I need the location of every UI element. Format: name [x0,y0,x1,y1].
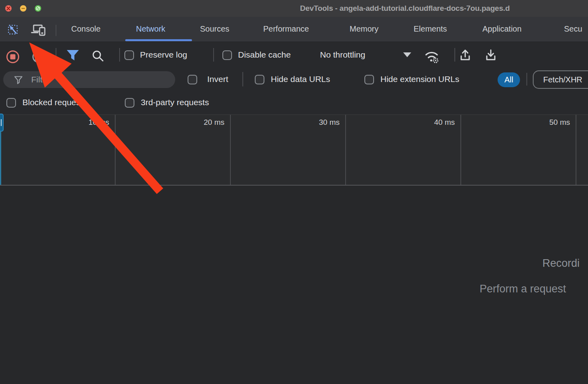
tab-security[interactable]: Secu [564,24,582,34]
timeline-tick: 20 ms [176,118,224,127]
minimize-window-icon[interactable] [20,5,26,12]
hide-extension-urls-checkbox[interactable] [364,75,374,84]
third-party-requests-label[interactable]: 3rd-party requests [141,98,209,107]
preserve-log-label[interactable]: Preserve log [140,50,187,60]
request-type-fetch-xhr-chip[interactable]: Fetch/XHR [533,70,588,89]
toolbar-divider [56,48,56,62]
timeline-gridline [345,115,346,185]
hide-extension-urls-label[interactable]: Hide extension URLs [380,74,459,84]
devtools-tabbar: Console Network Sources Performance Memo… [0,17,588,42]
tab-memory[interactable]: Memory [350,24,378,34]
invert-label[interactable]: Invert [207,74,228,84]
throttling-select-value[interactable]: No throttling [320,50,365,60]
empty-state-recording-text: Recordi [542,257,580,270]
blocked-requests-label[interactable]: Blocked requests [22,98,87,107]
timeline-tick: 10 ms [61,118,109,127]
filter-divider [242,72,243,86]
timeline-tick: 50 ms [522,118,570,127]
third-party-requests-checkbox[interactable] [125,98,134,108]
active-tab-underline [125,39,192,41]
toolbar-divider [454,48,455,62]
filter-divider [526,73,527,86]
disable-cache-label[interactable]: Disable cache [238,50,291,60]
device-toolbar-icon[interactable] [30,24,47,37]
toolbar-divider [119,48,120,62]
tab-performance[interactable]: Performance [263,24,309,34]
import-har-icon[interactable] [458,48,473,63]
timeline-gridline [230,115,231,185]
zoom-window-icon[interactable] [35,5,41,12]
export-har-icon[interactable] [483,48,498,63]
window-titlebar: DevTools - angela-add-tutorial.cloudflar… [0,0,588,17]
timeline-gridline [576,115,576,185]
filter-funnel-icon [14,75,23,85]
overview-brush-edge [0,131,1,185]
timeline-tick: 40 ms [407,118,455,127]
timeline-gridline [115,115,116,185]
tab-application[interactable]: Application [482,24,522,34]
invert-checkbox[interactable] [188,75,197,84]
inspect-element-icon[interactable] [6,24,21,37]
filter-input-pill[interactable] [3,71,175,88]
toolbar-divider [213,48,214,62]
tab-sources[interactable]: Sources [200,24,229,34]
disable-cache-checkbox[interactable] [222,50,232,60]
request-type-all-chip[interactable]: All [498,72,520,87]
tab-network[interactable]: Network [136,24,165,34]
empty-state-perform-text: Perform a request [480,283,566,295]
network-toolbar: Preserve log Disable cache No throttling [0,42,588,67]
close-window-icon[interactable] [5,5,12,12]
toolbar-divider [56,25,56,36]
tab-console[interactable]: Console [71,24,100,34]
clear-network-log-icon[interactable] [31,50,46,64]
stop-recording-icon[interactable] [6,50,20,64]
tab-elements[interactable]: Elements [414,24,447,34]
network-options-bar: Blocked requests 3rd-party requests [0,91,588,114]
preserve-log-checkbox[interactable] [124,50,134,60]
timeline-tick: 30 ms [292,118,340,127]
timeline-gridline [460,115,461,185]
window-title: DevTools - angela-add-tutorial.cloudflar… [300,4,588,13]
timeline-bottom-border [0,185,588,186]
network-conditions-icon[interactable] [422,47,441,64]
network-overview-timeline[interactable]: 10 ms 20 ms 30 ms 40 ms 50 ms [0,114,588,186]
search-icon[interactable] [90,48,106,64]
network-filter-bar: Invert Hide data URLs Hide extension URL… [0,67,588,91]
chevron-down-icon[interactable] [403,52,411,57]
hide-data-urls-label[interactable]: Hide data URLs [271,74,330,84]
blocked-requests-checkbox[interactable] [6,98,16,108]
filter-input[interactable] [31,71,171,88]
overview-brush-handle[interactable] [0,114,4,132]
hide-data-urls-checkbox[interactable] [255,75,264,84]
filter-funnel-active-icon[interactable] [66,49,80,62]
